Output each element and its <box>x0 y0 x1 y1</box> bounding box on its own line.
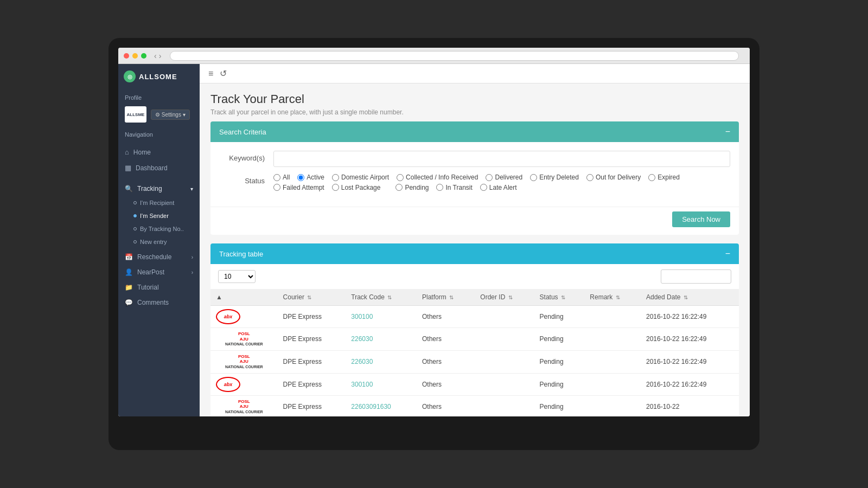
status-option-pending[interactable]: Pending <box>395 184 429 191</box>
status-option-expired[interactable]: Expired <box>648 174 680 181</box>
search-now-button[interactable]: Search Now <box>672 211 730 227</box>
tracking-icon: 🔍 <box>125 185 133 192</box>
status-radio-lost-package[interactable] <box>332 184 339 191</box>
col-track-code[interactable]: Track Code ⇅ <box>346 289 417 306</box>
track-code-link[interactable]: 226030 <box>351 335 373 343</box>
status-radio-expired[interactable] <box>648 174 655 181</box>
col-order-id[interactable]: Order ID ⇅ <box>475 289 534 306</box>
browser-bar: ‹ › <box>118 48 750 64</box>
tracking-section: 🔍 Tracking ▾ I'm Recipient I'm Sender <box>118 180 200 249</box>
sidebar-item-by-tracking-no[interactable]: By Tracking No.. <box>118 222 200 235</box>
tracking-header[interactable]: 🔍 Tracking ▾ <box>118 181 200 196</box>
tutorial-label: Tutorial <box>137 284 159 291</box>
sidebar: ◎ ALLSOME Profile ALLSME ⚙ Settings ▾ Na… <box>118 64 200 416</box>
status-option-lost-package[interactable]: Lost Package <box>332 184 381 191</box>
status-radio-failed-attempt[interactable] <box>273 184 280 191</box>
browser-maximize-btn[interactable] <box>141 53 146 59</box>
col-status[interactable]: Status ⇅ <box>534 289 585 306</box>
status-option-domestic-airport[interactable]: Domestic Airport <box>332 174 389 181</box>
abx-logo: abx <box>216 377 240 392</box>
status-radio-all[interactable] <box>273 174 280 181</box>
keyword-input[interactable] <box>273 151 730 167</box>
status-option-collected[interactable]: Collected / Info Received <box>397 174 478 181</box>
status: Pending <box>534 373 585 395</box>
courier-name: DPE Express <box>278 350 346 373</box>
col-added-date[interactable]: Added Date ⇅ <box>641 289 739 306</box>
track-code[interactable]: 22603091630 <box>346 395 417 416</box>
status-radio-domestic-airport[interactable] <box>332 174 339 181</box>
status-radio-entry-deleted[interactable] <box>530 174 537 181</box>
nav-section: ⌂ Home ▦ Dashboard <box>118 140 200 180</box>
status-option-out-for-delivery[interactable]: Out for Delivery <box>586 174 641 181</box>
sidebar-item-comments[interactable]: 💬 Comments <box>118 295 200 310</box>
status-option-active[interactable]: Active <box>297 174 324 181</box>
status-radio-pending[interactable] <box>395 184 403 191</box>
browser-forward-btn[interactable]: › <box>159 52 162 60</box>
browser-address-bar[interactable] <box>170 51 739 61</box>
status-option-in-transit[interactable]: In Transit <box>436 184 472 191</box>
by-tracking-no-label: By Tracking No.. <box>140 226 184 232</box>
sidebar-item-im-sender[interactable]: I'm Sender <box>118 209 200 222</box>
status-radio-out-for-delivery[interactable] <box>586 174 593 181</box>
status: Pending <box>534 328 585 351</box>
col-courier[interactable]: Courier ⇅ <box>278 289 346 306</box>
track-code-link[interactable]: 22603091630 <box>351 403 391 410</box>
tracking-table-header: Tracking table − <box>210 243 739 264</box>
table-search-input[interactable] <box>661 269 731 284</box>
track-code-link[interactable]: 300100 <box>351 381 373 388</box>
sidebar-item-home[interactable]: ⌂ Home <box>118 144 200 160</box>
status-radio-active[interactable] <box>297 174 304 181</box>
status-option-entry-deleted[interactable]: Entry Deleted <box>530 174 579 181</box>
reschedule-chevron: › <box>192 254 193 260</box>
track-code[interactable]: 300100 <box>346 306 417 328</box>
status-option-all[interactable]: All <box>273 174 290 181</box>
status-row: Status All Active Domesti <box>219 174 730 191</box>
remark <box>584 328 641 351</box>
status-option-failed-attempt[interactable]: Failed Attempt <box>273 184 324 191</box>
status-radio-in-transit[interactable] <box>436 184 443 191</box>
per-page-select[interactable]: 10 25 50 100 <box>218 270 256 283</box>
nearpost-chevron: › <box>192 269 193 275</box>
sidebar-item-im-recipient[interactable]: I'm Recipient <box>118 196 200 209</box>
table-row: POSLAJUNATIONAL COURIERDPE Express226030… <box>210 395 739 416</box>
laptop-frame: ‹ › ◎ ALLSOME Profile ALLSME <box>108 38 760 450</box>
track-code[interactable]: 300100 <box>346 373 417 395</box>
col-remark[interactable]: Remark ⇅ <box>584 289 641 306</box>
sidebar-item-nearpost[interactable]: 👤 NearPost › <box>118 265 200 280</box>
status-radio-delivered[interactable] <box>486 174 493 181</box>
table-row: abxDPE Express300100OthersPending2016-10… <box>210 373 739 395</box>
status-radio-late-alert[interactable] <box>480 184 487 191</box>
status: Pending <box>534 350 585 373</box>
comments-icon: 💬 <box>125 299 133 306</box>
sidebar-item-tutorial[interactable]: 📁 Tutorial <box>118 280 200 295</box>
sidebar-item-reschedule[interactable]: 📅 Reschedule › <box>118 249 200 265</box>
courier-name: DPE Express <box>278 306 346 328</box>
tutorial-icon: 📁 <box>125 284 133 291</box>
browser-close-btn[interactable] <box>124 53 129 59</box>
search-form: Keyword(s) Status All <box>210 142 739 207</box>
track-code[interactable]: 226030 <box>346 350 417 373</box>
dashboard-icon: ▦ <box>125 164 131 172</box>
track-code-link[interactable]: 300100 <box>351 313 373 320</box>
status-radio-collected[interactable] <box>397 174 404 181</box>
browser-minimize-btn[interactable] <box>132 53 138 59</box>
track-code[interactable]: 226030 <box>346 328 417 351</box>
history-icon[interactable]: ↺ <box>220 68 227 79</box>
col-sort[interactable]: ▲ <box>210 289 278 306</box>
sidebar-item-new-entry[interactable]: New entry <box>118 235 200 248</box>
avatar: ALLSME <box>125 106 146 123</box>
track-code-link[interactable]: 226030 <box>351 358 373 365</box>
search-criteria-collapse-btn[interactable]: − <box>725 127 730 137</box>
tracking-table-collapse-btn[interactable]: − <box>725 249 730 259</box>
tracking-label: Tracking <box>137 185 162 192</box>
status-option-delivered[interactable]: Delivered <box>486 174 522 181</box>
platform: Others <box>417 350 475 373</box>
added-date: 2016-10-22 16:22:49 <box>641 328 739 351</box>
menu-icon[interactable]: ≡ <box>208 69 213 79</box>
sidebar-item-dashboard[interactable]: ▦ Dashboard <box>118 160 200 176</box>
keywords-row: Keyword(s) <box>219 151 730 167</box>
status-option-late-alert[interactable]: Late Alert <box>480 184 517 191</box>
browser-back-btn[interactable]: ‹ <box>154 52 157 60</box>
col-platform[interactable]: Platform ⇅ <box>417 289 475 306</box>
settings-button[interactable]: ⚙ Settings ▾ <box>151 110 190 120</box>
